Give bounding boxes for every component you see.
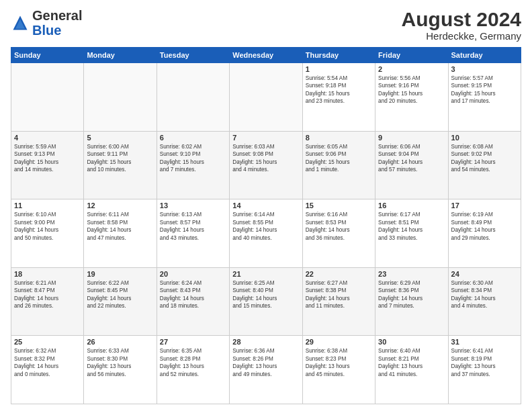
day-info: Sunrise: 6:41 AM Sunset: 8:19 PM Dayligh… xyxy=(451,347,518,378)
day-info: Sunrise: 6:35 AM Sunset: 8:28 PM Dayligh… xyxy=(160,347,226,378)
calendar-cell: 9Sunrise: 6:06 AM Sunset: 9:04 PM Daylig… xyxy=(375,131,448,199)
day-info: Sunrise: 5:54 AM Sunset: 9:18 PM Dayligh… xyxy=(306,75,372,105)
logo-icon xyxy=(11,13,30,32)
calendar-cell: 29Sunrise: 6:38 AM Sunset: 8:23 PM Dayli… xyxy=(302,336,375,404)
calendar-cell: 25Sunrise: 6:32 AM Sunset: 8:32 PM Dayli… xyxy=(11,336,84,404)
title-block: August 2024 Herdeckke, Germany xyxy=(402,8,521,42)
calendar-cell xyxy=(157,63,229,132)
calendar-cell: 24Sunrise: 6:30 AM Sunset: 8:34 PM Dayli… xyxy=(448,267,521,336)
day-info: Sunrise: 6:29 AM Sunset: 8:36 PM Dayligh… xyxy=(378,279,445,310)
calendar-cell: 31Sunrise: 6:41 AM Sunset: 8:19 PM Dayli… xyxy=(448,336,521,404)
calendar-cell: 30Sunrise: 6:40 AM Sunset: 8:21 PM Dayli… xyxy=(375,336,448,404)
day-number: 1 xyxy=(306,65,372,73)
day-number: 16 xyxy=(378,201,445,210)
day-number: 11 xyxy=(14,201,81,210)
calendar-table: SundayMondayTuesdayWednesdayThursdayFrid… xyxy=(11,47,521,404)
weekday-header-tuesday: Tuesday xyxy=(157,48,229,63)
day-info: Sunrise: 6:38 AM Sunset: 8:23 PM Dayligh… xyxy=(306,347,372,378)
calendar-cell: 5Sunrise: 6:00 AM Sunset: 9:11 PM Daylig… xyxy=(84,131,157,199)
day-info: Sunrise: 6:06 AM Sunset: 9:04 PM Dayligh… xyxy=(378,143,445,174)
day-number: 15 xyxy=(306,201,372,210)
day-info: Sunrise: 6:02 AM Sunset: 9:10 PM Dayligh… xyxy=(160,143,226,174)
calendar-cell xyxy=(11,63,84,132)
day-info: Sunrise: 6:17 AM Sunset: 8:51 PM Dayligh… xyxy=(378,211,445,242)
calendar-cell: 15Sunrise: 6:16 AM Sunset: 8:53 PM Dayli… xyxy=(302,199,375,268)
day-number: 20 xyxy=(160,270,226,278)
day-info: Sunrise: 6:14 AM Sunset: 8:55 PM Dayligh… xyxy=(232,211,299,242)
calendar-cell: 10Sunrise: 6:08 AM Sunset: 9:02 PM Dayli… xyxy=(448,131,521,199)
calendar-cell: 26Sunrise: 6:33 AM Sunset: 8:30 PM Dayli… xyxy=(84,336,157,404)
day-number: 25 xyxy=(14,338,81,346)
calendar-cell: 17Sunrise: 6:19 AM Sunset: 8:49 PM Dayli… xyxy=(448,199,521,268)
weekday-header-friday: Friday xyxy=(375,48,448,63)
day-info: Sunrise: 6:25 AM Sunset: 8:40 PM Dayligh… xyxy=(232,279,299,310)
calendar-cell: 22Sunrise: 6:27 AM Sunset: 8:38 PM Dayli… xyxy=(302,267,375,336)
calendar-week-1: 1Sunrise: 5:54 AM Sunset: 9:18 PM Daylig… xyxy=(11,63,521,132)
calendar-week-3: 11Sunrise: 6:10 AM Sunset: 9:00 PM Dayli… xyxy=(11,199,521,268)
day-number: 6 xyxy=(160,134,226,142)
header: General Blue August 2024 Herdeckke, Germ… xyxy=(11,8,521,42)
calendar-cell: 23Sunrise: 6:29 AM Sunset: 8:36 PM Dayli… xyxy=(375,267,448,336)
month-year: August 2024 xyxy=(402,8,521,30)
day-number: 23 xyxy=(378,270,445,278)
day-info: Sunrise: 6:05 AM Sunset: 9:06 PM Dayligh… xyxy=(306,143,372,174)
day-number: 12 xyxy=(87,201,153,210)
calendar-cell: 4Sunrise: 5:59 AM Sunset: 9:13 PM Daylig… xyxy=(11,131,84,199)
weekday-header-sunday: Sunday xyxy=(11,48,84,63)
day-number: 5 xyxy=(87,134,153,142)
day-info: Sunrise: 6:22 AM Sunset: 8:45 PM Dayligh… xyxy=(87,279,153,310)
day-number: 27 xyxy=(160,338,226,346)
calendar-week-5: 25Sunrise: 6:32 AM Sunset: 8:32 PM Dayli… xyxy=(11,336,521,404)
day-number: 28 xyxy=(232,338,299,346)
day-info: Sunrise: 6:33 AM Sunset: 8:30 PM Dayligh… xyxy=(87,347,153,378)
day-info: Sunrise: 6:36 AM Sunset: 8:26 PM Dayligh… xyxy=(232,347,299,378)
calendar-cell: 1Sunrise: 5:54 AM Sunset: 9:18 PM Daylig… xyxy=(302,63,375,132)
calendar-cell: 11Sunrise: 6:10 AM Sunset: 9:00 PM Dayli… xyxy=(11,199,84,268)
day-number: 13 xyxy=(160,201,226,210)
day-number: 9 xyxy=(378,134,445,142)
day-number: 18 xyxy=(14,270,81,278)
logo-general-text: General xyxy=(32,8,82,23)
logo-text: General Blue xyxy=(32,8,82,38)
day-number: 19 xyxy=(87,270,153,278)
day-info: Sunrise: 6:16 AM Sunset: 8:53 PM Dayligh… xyxy=(306,211,372,242)
day-number: 4 xyxy=(14,134,81,142)
calendar-cell xyxy=(230,63,302,132)
day-info: Sunrise: 6:21 AM Sunset: 8:47 PM Dayligh… xyxy=(14,279,81,310)
logo-blue-text: Blue xyxy=(32,23,61,38)
weekday-header-wednesday: Wednesday xyxy=(230,48,302,63)
day-info: Sunrise: 5:56 AM Sunset: 9:16 PM Dayligh… xyxy=(378,75,445,105)
day-number: 31 xyxy=(451,338,518,346)
calendar-cell: 19Sunrise: 6:22 AM Sunset: 8:45 PM Dayli… xyxy=(84,267,157,336)
day-number: 17 xyxy=(451,201,518,210)
weekday-header-monday: Monday xyxy=(84,48,157,63)
weekday-header-row: SundayMondayTuesdayWednesdayThursdayFrid… xyxy=(11,48,521,63)
calendar-cell: 2Sunrise: 5:56 AM Sunset: 9:16 PM Daylig… xyxy=(375,63,448,132)
day-number: 7 xyxy=(232,134,299,142)
day-info: Sunrise: 6:00 AM Sunset: 9:11 PM Dayligh… xyxy=(87,143,153,174)
day-info: Sunrise: 5:59 AM Sunset: 9:13 PM Dayligh… xyxy=(14,143,81,174)
page: General Blue August 2024 Herdeckke, Germ… xyxy=(0,0,532,411)
day-info: Sunrise: 6:30 AM Sunset: 8:34 PM Dayligh… xyxy=(451,279,518,310)
day-number: 24 xyxy=(451,270,518,278)
calendar-week-2: 4Sunrise: 5:59 AM Sunset: 9:13 PM Daylig… xyxy=(11,131,521,199)
calendar-cell: 20Sunrise: 6:24 AM Sunset: 8:43 PM Dayli… xyxy=(157,267,229,336)
day-number: 8 xyxy=(306,134,372,142)
calendar-cell: 3Sunrise: 5:57 AM Sunset: 9:15 PM Daylig… xyxy=(448,63,521,132)
calendar-cell: 21Sunrise: 6:25 AM Sunset: 8:40 PM Dayli… xyxy=(230,267,302,336)
calendar-cell: 16Sunrise: 6:17 AM Sunset: 8:51 PM Dayli… xyxy=(375,199,448,268)
calendar-cell: 28Sunrise: 6:36 AM Sunset: 8:26 PM Dayli… xyxy=(230,336,302,404)
day-info: Sunrise: 6:19 AM Sunset: 8:49 PM Dayligh… xyxy=(451,211,518,242)
day-info: Sunrise: 6:13 AM Sunset: 8:57 PM Dayligh… xyxy=(160,211,226,242)
calendar-cell: 13Sunrise: 6:13 AM Sunset: 8:57 PM Dayli… xyxy=(157,199,229,268)
day-info: Sunrise: 6:24 AM Sunset: 8:43 PM Dayligh… xyxy=(160,279,226,310)
day-number: 22 xyxy=(306,270,372,278)
day-info: Sunrise: 6:08 AM Sunset: 9:02 PM Dayligh… xyxy=(451,143,518,174)
calendar-cell: 12Sunrise: 6:11 AM Sunset: 8:58 PM Dayli… xyxy=(84,199,157,268)
calendar-cell: 7Sunrise: 6:03 AM Sunset: 9:08 PM Daylig… xyxy=(230,131,302,199)
day-info: Sunrise: 6:27 AM Sunset: 8:38 PM Dayligh… xyxy=(306,279,372,310)
calendar-cell xyxy=(84,63,157,132)
day-info: Sunrise: 6:40 AM Sunset: 8:21 PM Dayligh… xyxy=(378,347,445,378)
calendar-cell: 18Sunrise: 6:21 AM Sunset: 8:47 PM Dayli… xyxy=(11,267,84,336)
weekday-header-saturday: Saturday xyxy=(448,48,521,63)
